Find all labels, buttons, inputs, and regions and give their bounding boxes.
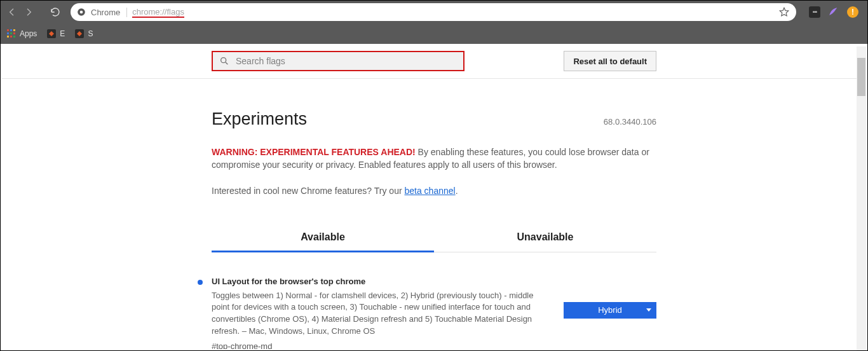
beta-prefix: Interested in cool new Chrome features? … [212, 186, 404, 196]
warning-prefix: WARNING: EXPERIMENTAL FEATURES AHEAD! [212, 147, 416, 157]
beta-suffix: . [456, 186, 458, 196]
scrollbar-thumb[interactable] [857, 58, 865, 96]
page-content: Search flags Reset all to default Experi… [1, 44, 867, 349]
bookmark-star-icon[interactable] [778, 6, 790, 18]
extension-icon[interactable]: ••• [809, 6, 820, 18]
beta-channel-link[interactable]: beta channel [404, 186, 455, 196]
search-icon [219, 56, 229, 66]
reset-button[interactable]: Reset all to default [564, 51, 656, 71]
version-label: 68.0.3440.106 [604, 117, 656, 127]
flag-hash-link[interactable]: #top-chrome-md [212, 341, 545, 349]
forward-button[interactable] [22, 6, 35, 18]
warning-text: WARNING: EXPERIMENTAL FEATURES AHEAD! By… [212, 146, 656, 172]
tabs: Available Unavailable [212, 224, 656, 252]
svg-point-1 [80, 11, 83, 14]
apps-shortcut[interactable]: Apps [7, 29, 37, 38]
omnibox-label: Chrome [91, 8, 127, 17]
search-row: Search flags Reset all to default [2, 44, 866, 79]
flag-description: Toggles between 1) Normal - for clamshel… [212, 290, 545, 338]
chrome-icon [77, 8, 86, 17]
modified-dot-icon [198, 280, 203, 285]
bookmark-icon [75, 29, 84, 38]
apps-icon [7, 29, 16, 38]
omnibox[interactable]: Chrome chrome://flags [71, 3, 796, 21]
reload-button[interactable] [49, 6, 62, 18]
flag-select-value: Hybrid [598, 305, 622, 315]
svg-point-2 [221, 58, 226, 63]
search-placeholder: Search flags [236, 56, 285, 66]
apps-label: Apps [20, 29, 37, 38]
bookmark-item[interactable]: S [75, 29, 93, 38]
tab-unavailable[interactable]: Unavailable [434, 224, 656, 252]
extension-icons: ••• ! [805, 6, 862, 19]
search-input[interactable]: Search flags [212, 51, 465, 71]
bookmarks-bar: Apps E S [1, 24, 867, 44]
bookmark-label: E [60, 29, 65, 38]
profile-badge[interactable]: ! [847, 6, 858, 18]
bookmark-item[interactable]: E [47, 29, 65, 38]
back-button[interactable] [6, 6, 18, 18]
flag-title: UI Layout for the browser's top chrome [212, 277, 545, 286]
bookmark-label: S [88, 29, 93, 38]
heading-row: Experiments 68.0.3440.106 [212, 109, 656, 129]
browser-chrome: Chrome chrome://flags ••• ! Apps E S [1, 1, 867, 44]
beta-line: Interested in cool new Chrome features? … [212, 186, 656, 196]
extension-icon[interactable] [828, 6, 839, 19]
nav-toolbar: Chrome chrome://flags ••• ! [1, 1, 867, 24]
page-title: Experiments [212, 109, 307, 129]
omnibox-url: chrome://flags [132, 7, 184, 18]
flag-select[interactable]: Hybrid [564, 302, 656, 319]
flag-item: UI Layout for the browser's top chrome T… [212, 277, 656, 349]
bookmark-icon [47, 29, 56, 38]
tab-available[interactable]: Available [212, 224, 434, 252]
